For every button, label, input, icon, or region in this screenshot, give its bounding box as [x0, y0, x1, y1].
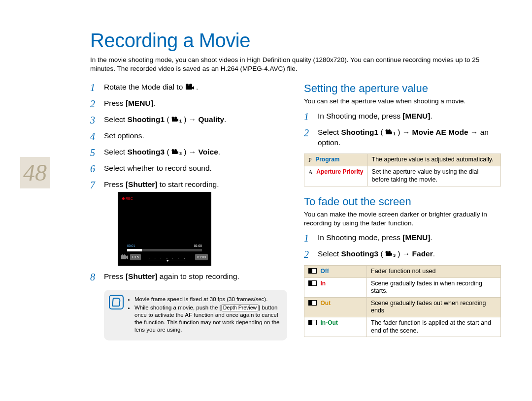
shooting1-icon: 1	[385, 128, 396, 136]
svg-rect-8	[172, 151, 177, 154]
aperture-heading: Setting the aperture value	[304, 82, 501, 95]
aperture-options-table: P Program The aperture value is adjusted…	[304, 154, 501, 186]
fader-off-icon	[308, 268, 317, 274]
svg-marker-20	[166, 260, 168, 262]
fader-step-2: Select Shooting3 ( 3 ) → Fader.	[304, 249, 501, 259]
svg-rect-5	[172, 119, 177, 122]
aperture-desc: You can set the aperture value when shoo…	[304, 97, 501, 106]
step-1: Rotate the Mode dial to .	[90, 82, 287, 93]
step-3: Select Shooting1 ( 1 ) → Quality.	[90, 115, 287, 125]
option-fader-in: In	[304, 278, 367, 297]
aperture-priority-icon: A	[308, 169, 313, 176]
mode-indicator-icon	[121, 252, 128, 262]
status-bar: F3.5 3210123 01:00	[121, 252, 208, 262]
fader-in-icon	[308, 280, 317, 286]
aperture-step-2: Select Shooting1 ( 1 ) → Movie AE Mode →…	[304, 127, 501, 148]
page-content: Recording a Movie In the movie shooting …	[90, 30, 513, 346]
svg-rect-26	[386, 253, 391, 256]
svg-rect-9	[121, 255, 126, 259]
ev-scale: 3210123	[143, 254, 193, 259]
shooting3-icon: 3	[171, 148, 182, 156]
page-number: 48	[23, 159, 47, 185]
note-line-2: While shooting a movie, push the [Depth …	[134, 304, 281, 334]
step-7: Press [Shutter] to start recording. REC …	[90, 180, 287, 266]
note-box: Movie frame speed is fixed at 30 fps (30…	[104, 290, 287, 340]
step-6: Select whether to record sound.	[90, 163, 287, 174]
intro-paragraph: In the movie shooting mode, you can shoo…	[90, 56, 500, 73]
left-column: Rotate the Mode dial to . Press [MENU]. …	[90, 82, 287, 340]
remaining-time: 01:00	[195, 254, 208, 260]
aperture-readout: F3.5	[130, 254, 141, 260]
elapsed-time: 00:01	[127, 244, 135, 248]
fader-options-table: Off Fader function not used In Scene gra…	[304, 265, 501, 337]
option-fader-out: Out	[304, 297, 367, 317]
fader-out-icon	[308, 300, 317, 306]
right-column: Setting the aperture value You can set t…	[304, 82, 501, 346]
step-5: Select Shooting3 ( 3 ) → Voice.	[90, 147, 287, 157]
option-aperture-priority: A Aperture Priority	[304, 166, 368, 186]
option-fader-inout: In-Out	[304, 317, 367, 337]
shooting1-icon: 1	[171, 115, 182, 123]
svg-text:1: 1	[172, 257, 173, 260]
note-line-1: Movie frame speed is fixed at 30 fps (30…	[134, 296, 281, 303]
option-fader-off: Off	[304, 265, 367, 278]
program-icon: P	[308, 156, 312, 164]
step-4: Set options.	[90, 131, 287, 141]
fader-heading: To fade out the screen	[304, 195, 501, 208]
svg-text:2: 2	[154, 257, 156, 260]
total-time: 01:00	[194, 244, 202, 248]
svg-point-10	[122, 254, 123, 256]
page-title: Recording a Movie	[90, 30, 513, 52]
svg-rect-2	[186, 86, 192, 90]
page-number-tab: 48	[20, 157, 50, 188]
svg-rect-23	[386, 131, 391, 134]
step-8: Press [Shutter] again to stop recording.	[90, 272, 287, 282]
record-progress	[127, 249, 202, 251]
step-2: Press [MENU].	[90, 98, 287, 109]
movie-mode-icon	[185, 83, 196, 91]
svg-text:0: 0	[166, 257, 167, 260]
svg-text:3: 3	[184, 257, 185, 260]
fader-desc: You can make the movie screen darker or …	[304, 210, 501, 228]
fader-inout-icon	[308, 320, 317, 325]
option-program: P Program	[304, 154, 368, 166]
svg-point-11	[124, 254, 125, 256]
rec-indicator: REC	[122, 196, 133, 201]
svg-text:2: 2	[178, 257, 179, 260]
recording-screen-preview: REC 00:01 01:00 F3.5 3210123	[118, 192, 211, 266]
fader-step-1: In Shooting mode, press [MENU].	[304, 233, 501, 243]
aperture-step-1: In Shooting mode, press [MENU].	[304, 111, 501, 122]
note-icon	[109, 295, 124, 309]
svg-rect-19	[148, 260, 186, 260]
shooting3-icon: 3	[385, 249, 396, 258]
svg-text:1: 1	[160, 257, 162, 260]
svg-text:3: 3	[148, 257, 150, 260]
